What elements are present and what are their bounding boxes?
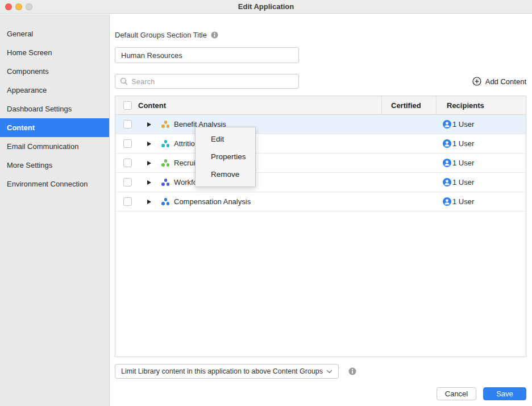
row-checkbox[interactable]	[123, 159, 132, 167]
recipients-cell: 1 User	[436, 173, 526, 192]
add-content-label: Add Content	[485, 77, 526, 86]
select-all-checkbox[interactable]	[123, 101, 132, 110]
chevron-down-icon	[326, 370, 332, 374]
info-icon[interactable]	[348, 367, 356, 375]
table-row[interactable]: Attrition Analysis 1 User	[115, 134, 526, 154]
recipients-cell: 1 User	[436, 134, 526, 153]
window-title: Edit Application	[0, 0, 532, 14]
sidebar-item-email-communication[interactable]: Email Communication	[0, 137, 109, 156]
expand-caret-icon[interactable]	[147, 122, 151, 127]
limit-library-select[interactable]: Limit Library content in this applicatio…	[115, 364, 339, 379]
user-icon	[443, 178, 451, 187]
sidebar-item-dashboard-settings[interactable]: Dashboard Settings	[0, 100, 109, 118]
recipients-count: 1 User	[452, 178, 474, 187]
recipients-count: 1 User	[452, 197, 474, 206]
content-panel: Default Groups Section Title	[110, 14, 532, 406]
context-menu-item-remove[interactable]: Remove	[196, 165, 255, 183]
sidebar-item-components[interactable]: Components	[0, 62, 109, 81]
table-row[interactable]: Recruiting Analysis 1 User	[115, 154, 526, 173]
row-checkbox[interactable]	[123, 139, 132, 148]
expand-caret-icon[interactable]	[147, 142, 151, 146]
certified-cell	[381, 173, 436, 192]
limit-library-select-value: Limit Library content in this applicatio…	[121, 367, 326, 375]
section-title-input[interactable]	[115, 47, 299, 63]
certified-cell	[381, 192, 436, 211]
cancel-button[interactable]: Cancel	[437, 387, 476, 400]
content-group-icon	[161, 179, 169, 186]
info-icon[interactable]	[211, 31, 218, 39]
recipients-count: 1 User	[452, 139, 474, 148]
recipients-cell: 1 User	[436, 115, 526, 134]
column-header-recipients: Recipients	[436, 96, 526, 114]
table-row[interactable]: Workforce Analysis 1 User	[115, 173, 526, 192]
user-icon	[443, 120, 451, 129]
column-header-certified: Certified	[381, 96, 436, 114]
sidebar-item-general[interactable]: General	[0, 24, 109, 43]
default-groups-title-label: Default Groups Section Title	[115, 31, 207, 39]
row-checkbox[interactable]	[123, 197, 132, 206]
search-box	[115, 74, 299, 89]
sidebar-item-home-screen[interactable]: Home Screen	[0, 43, 109, 62]
content-group-icon	[161, 159, 169, 167]
edit-application-window: Edit Application General Home Screen Com…	[0, 0, 532, 406]
content-group-icon	[161, 198, 169, 205]
table-header: Content Certified Recipients	[115, 96, 526, 115]
add-content-button[interactable]: Add Content	[472, 77, 526, 86]
row-checkbox[interactable]	[123, 120, 132, 129]
content-group-icon	[161, 121, 169, 128]
recipients-cell: 1 User	[436, 192, 526, 211]
sidebar-item-more-settings[interactable]: More Settings	[0, 156, 109, 175]
expand-caret-icon[interactable]	[147, 200, 151, 204]
row-checkbox[interactable]	[123, 178, 132, 187]
certified-cell	[381, 115, 436, 134]
search-input[interactable]	[131, 77, 294, 86]
certified-cell	[381, 134, 436, 153]
title-bar: Edit Application	[0, 0, 532, 14]
user-icon	[443, 139, 451, 148]
search-icon	[120, 77, 128, 85]
recipients-count: 1 User	[452, 159, 474, 167]
sidebar: General Home Screen Components Appearanc…	[0, 14, 110, 406]
certified-cell	[381, 154, 436, 172]
plus-circle-icon	[472, 77, 481, 86]
context-menu-item-edit[interactable]: Edit	[196, 130, 255, 148]
sidebar-item-appearance[interactable]: Appearance	[0, 81, 109, 100]
table-row[interactable]: Compensation Analysis 1 User	[115, 192, 526, 212]
save-button[interactable]: Save	[483, 387, 526, 400]
recipients-cell: 1 User	[436, 154, 526, 172]
expand-caret-icon[interactable]	[147, 180, 151, 185]
sidebar-item-environment-connection[interactable]: Environment Connection	[0, 175, 109, 193]
user-icon	[443, 197, 451, 206]
context-menu: Edit Properties Remove	[195, 127, 256, 187]
column-header-content: Content	[138, 101, 381, 110]
recipients-count: 1 User	[452, 120, 474, 129]
expand-caret-icon[interactable]	[147, 161, 151, 165]
sidebar-item-content[interactable]: Content	[0, 118, 109, 137]
content-group-icon	[161, 140, 169, 147]
content-table: Content Certified Recipients Benefit Ana…	[115, 96, 526, 357]
context-menu-item-properties[interactable]: Properties	[196, 148, 255, 165]
table-row[interactable]: Benefit Analysis 1 User	[115, 115, 526, 134]
content-name: Compensation Analysis	[174, 197, 251, 206]
user-icon	[443, 159, 451, 167]
